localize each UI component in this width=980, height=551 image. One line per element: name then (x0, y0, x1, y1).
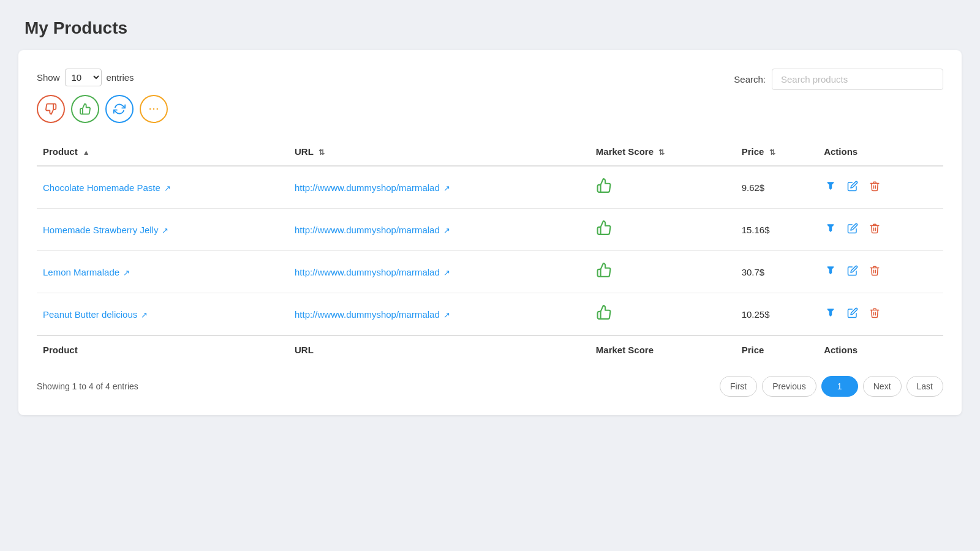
actions-buttons (824, 222, 937, 238)
market-score-cell (590, 209, 736, 251)
pin-button[interactable] (824, 222, 837, 238)
market-score-icon (596, 266, 612, 281)
footer-url: URL (288, 335, 590, 364)
page-btn-1[interactable]: 1 (821, 376, 858, 397)
market-score-cell (590, 293, 736, 336)
url-link[interactable]: http://wwww.dummyshop/marmalad (295, 309, 440, 320)
more-button[interactable] (140, 95, 168, 123)
svg-point-2 (157, 108, 159, 110)
delete-button[interactable] (868, 264, 881, 280)
table-body: Chocolate Homemade Paste↗http://wwww.dum… (37, 166, 943, 335)
url-cell: http://wwww.dummyshop/marmalad↗ (288, 293, 590, 336)
delete-button[interactable] (868, 306, 881, 323)
external-link-icon: ↗ (141, 310, 148, 320)
product-link[interactable]: Lemon Marmalade (43, 267, 119, 277)
url-external-icon: ↗ (443, 310, 450, 320)
table-row: Lemon Marmalade↗http://wwww.dummyshop/ma… (37, 251, 943, 293)
actions-cell (818, 293, 943, 336)
product-cell: Homemade Strawberry Jelly↗ (37, 209, 288, 251)
actions-buttons (824, 264, 937, 280)
delete-button[interactable] (868, 222, 881, 238)
page-btn-first[interactable]: First (720, 376, 757, 397)
search-label: Search: (734, 74, 766, 84)
url-link[interactable]: http://wwww.dummyshop/marmalad (295, 225, 440, 235)
svg-point-0 (149, 108, 151, 110)
sort-market-icon[interactable]: ⇅ (658, 148, 665, 157)
pagination: FirstPrevious1NextLast (720, 376, 943, 397)
svg-point-1 (153, 108, 155, 110)
footer-row: Product URL Market Score Price Actions (37, 335, 943, 364)
pin-button[interactable] (824, 306, 837, 323)
url-cell: http://wwww.dummyshop/marmalad↗ (288, 251, 590, 293)
sort-product-icon[interactable]: ▲ (83, 148, 90, 157)
url-external-icon: ↗ (443, 184, 450, 193)
url-link[interactable]: http://wwww.dummyshop/marmalad (295, 182, 440, 193)
table-row: Peanut Butter delicious↗http://wwww.dumm… (37, 293, 943, 336)
header-price: Price ⇅ (736, 138, 818, 166)
sort-price-icon[interactable]: ⇅ (769, 148, 775, 157)
product-cell: Peanut Butter delicious↗ (37, 293, 288, 336)
footer-product: Product (37, 335, 288, 364)
delete-button[interactable] (868, 179, 881, 196)
show-label: Show (37, 72, 60, 83)
edit-button[interactable] (846, 222, 859, 238)
external-link-icon: ↗ (164, 184, 171, 193)
product-link[interactable]: Peanut Butter delicious (43, 309, 137, 320)
url-cell: http://wwww.dummyshop/marmalad↗ (288, 166, 590, 209)
product-link[interactable]: Homemade Strawberry Jelly (43, 225, 158, 235)
price-cell: 9.62$ (736, 166, 818, 209)
external-link-icon: ↗ (162, 226, 168, 235)
footer-price: Price (736, 335, 818, 364)
url-link[interactable]: http://wwww.dummyshop/marmalad (295, 267, 440, 277)
top-left: Show 10 25 50 100 entries (37, 69, 168, 123)
external-link-icon: ↗ (123, 268, 130, 277)
pin-button[interactable] (824, 264, 837, 280)
sort-url-icon[interactable]: ⇅ (318, 148, 325, 157)
icon-buttons-row (37, 95, 168, 123)
entries-label: entries (107, 72, 134, 83)
price-cell: 15.16$ (736, 209, 818, 251)
price-cell: 30.7$ (736, 251, 818, 293)
table-row: Homemade Strawberry Jelly↗http://wwww.du… (37, 209, 943, 251)
url-cell: http://wwww.dummyshop/marmalad↗ (288, 209, 590, 251)
header-url: URL ⇅ (288, 138, 590, 166)
market-score-cell (590, 251, 736, 293)
edit-button[interactable] (846, 264, 859, 280)
footer-actions: Actions (818, 335, 943, 364)
page-btn-next[interactable]: Next (863, 376, 902, 397)
header-product: Product ▲ (37, 138, 288, 166)
edit-button[interactable] (846, 306, 859, 323)
market-score-cell (590, 166, 736, 209)
search-input[interactable] (772, 69, 943, 90)
product-cell: Chocolate Homemade Paste↗ (37, 166, 288, 209)
market-score-icon (596, 181, 612, 197)
product-link[interactable]: Chocolate Homemade Paste (43, 182, 160, 193)
page-btn-previous[interactable]: Previous (762, 376, 816, 397)
entries-select[interactable]: 10 25 50 100 (65, 69, 102, 86)
actions-cell (818, 209, 943, 251)
thumbs-up-button[interactable] (71, 95, 99, 123)
edit-button[interactable] (846, 179, 859, 196)
table-head: Product ▲ URL ⇅ Market Score ⇅ Price ⇅ (37, 138, 943, 166)
market-score-icon (596, 223, 612, 239)
actions-buttons (824, 179, 937, 196)
products-table: Product ▲ URL ⇅ Market Score ⇅ Price ⇅ (37, 138, 943, 364)
actions-cell (818, 251, 943, 293)
page-title: My Products (18, 18, 962, 38)
product-cell: Lemon Marmalade↗ (37, 251, 288, 293)
footer-market-score: Market Score (590, 335, 736, 364)
refresh-button[interactable] (105, 95, 134, 123)
search-area: Search: (734, 69, 943, 90)
page-btn-last[interactable]: Last (907, 376, 943, 397)
page-container: My Products Show 10 25 50 100 entries (18, 18, 962, 415)
table-row: Chocolate Homemade Paste↗http://wwww.dum… (37, 166, 943, 209)
pin-button[interactable] (824, 179, 837, 196)
bottom-area: Showing 1 to 4 of 4 entries FirstPreviou… (37, 376, 943, 397)
header-market-score: Market Score ⇅ (590, 138, 736, 166)
table-foot: Product URL Market Score Price Actions (37, 335, 943, 364)
main-card: Show 10 25 50 100 entries (18, 50, 962, 415)
header-actions: Actions (818, 138, 943, 166)
thumbs-down-button[interactable] (37, 95, 65, 123)
market-score-icon (596, 308, 612, 323)
header-row: Product ▲ URL ⇅ Market Score ⇅ Price ⇅ (37, 138, 943, 166)
